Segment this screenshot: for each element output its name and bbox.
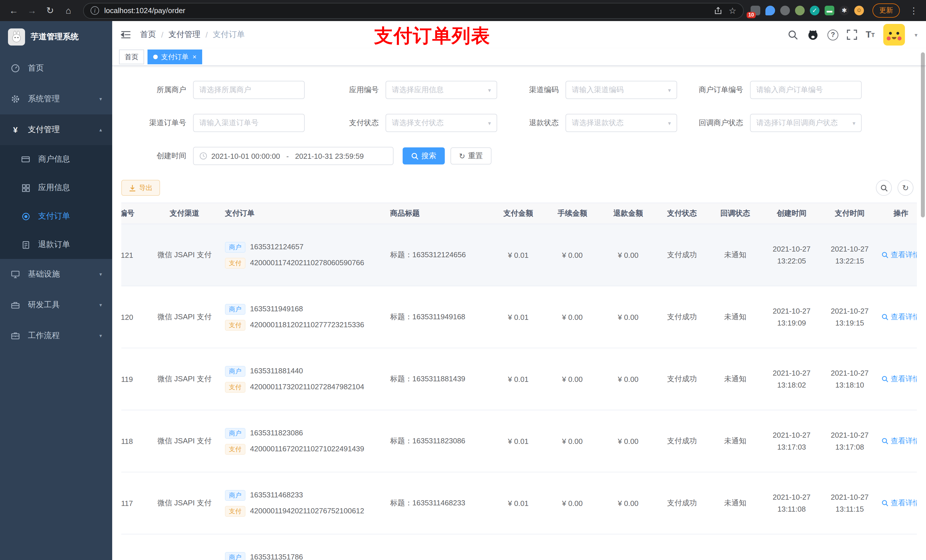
font-size-icon[interactable]: TT <box>865 30 875 40</box>
check-extension-icon[interactable]: ✓ <box>810 6 820 15</box>
col-status: 支付状态 <box>655 203 708 224</box>
tab-home[interactable]: 首页 <box>119 50 144 64</box>
sidebar-item-infrastructure[interactable]: 基础设施 ▾ <box>0 259 112 290</box>
water-drop-extension-icon[interactable] <box>766 6 775 15</box>
sidebar-item-app-info[interactable]: 应用信息 <box>0 174 112 202</box>
merchant-tag: 商户 <box>225 242 245 252</box>
olive-extension-icon[interactable] <box>795 6 805 15</box>
view-detail-link[interactable]: 查看详情 <box>882 498 917 508</box>
bookmark-star-icon[interactable]: ☆ <box>729 5 736 16</box>
site-info-icon[interactable]: i <box>91 6 99 15</box>
merchant-order-no: 1635311351786 <box>250 551 303 560</box>
cell-pay-order: 商户 1635312124657 支付 42000011742021102780… <box>221 224 387 286</box>
browser-menu-icon[interactable]: ⋮ <box>905 5 920 16</box>
merchant-select[interactable]: 请选择所属商户 <box>193 81 305 99</box>
date-range-separator: - <box>284 152 291 160</box>
browser-update-button[interactable]: 更新 <box>873 3 900 18</box>
chevron-down-icon: ▾ <box>853 120 855 126</box>
chat-extension-icon[interactable]: ▬ <box>825 6 834 15</box>
cell-id: 117 <box>121 472 147 534</box>
search-icon[interactable] <box>788 29 799 40</box>
view-detail-link[interactable]: 查看详情 <box>882 250 917 260</box>
browser-back-button[interactable]: ← <box>6 3 22 18</box>
col-actions: 操作 <box>878 203 917 224</box>
user-avatar[interactable] <box>883 24 905 45</box>
search-button[interactable]: 搜索 <box>402 147 445 165</box>
reset-button[interactable]: ↻ 重置 <box>451 147 492 165</box>
toggle-search-button[interactable] <box>876 180 892 196</box>
page-scrollbar-thumb[interactable] <box>921 52 925 217</box>
briefcase-icon <box>10 331 21 340</box>
help-icon[interactable]: ? <box>828 29 838 40</box>
cell-callback: 未通知 <box>708 348 762 410</box>
monitor-icon <box>10 270 21 279</box>
filter-label-app-no: 应用编号 <box>305 85 386 95</box>
sidebar-collapse-icon[interactable] <box>121 30 131 39</box>
sidebar-item-merchant-info[interactable]: 商户信息 <box>0 145 112 174</box>
cell-actions: 查看详情 <box>878 224 917 286</box>
browser-reload-button[interactable]: ↻ <box>42 3 58 18</box>
document-icon <box>21 240 31 249</box>
chevron-down-icon: ▾ <box>99 272 102 277</box>
yen-icon: ¥ <box>10 125 21 134</box>
tab-pay-order[interactable]: 支付订单 × <box>147 50 202 64</box>
merchant-order-no-input[interactable]: 请输入商户订单编号 <box>750 81 862 99</box>
refresh-table-button[interactable]: ↻ <box>897 180 914 196</box>
channel-code-select[interactable]: 请输入渠道编码▾ <box>566 81 677 99</box>
app-no-select[interactable]: 请选择应用信息▾ <box>386 81 497 99</box>
cell-callback: 未通知 <box>708 410 762 472</box>
cell-id: 118 <box>121 410 147 472</box>
close-tab-icon[interactable]: × <box>192 53 197 61</box>
sidebar-item-payment[interactable]: ¥ 支付管理 ▴ <box>0 115 112 145</box>
cell-fee: ¥ 0.00 <box>544 224 601 286</box>
breadcrumb-section[interactable]: 支付管理 <box>169 30 200 40</box>
channel-order-no-input[interactable]: 请输入渠道订单号 <box>193 114 305 132</box>
avatar-dropdown-caret-icon[interactable]: ▾ <box>915 32 917 38</box>
smiley-extension-icon[interactable]: ☺ <box>854 6 864 15</box>
orders-table: 编号 支付渠道 支付订单 商品标题 支付金额 手续金额 退款金额 支付状态 回调… <box>121 202 917 560</box>
cell-actions: 查看详情 <box>878 348 917 410</box>
cell-pay-order: 商户 1635311881440 支付 42000011732021102728… <box>221 348 387 410</box>
cell-amount: ¥ 0.01 <box>493 348 544 410</box>
browser-forward-button[interactable]: → <box>24 3 40 18</box>
tags-view: 首页 支付订单 × <box>112 48 926 66</box>
cell-title: 标题：1635311881439 <box>387 348 493 410</box>
view-detail-link[interactable]: 查看详情 <box>882 312 917 322</box>
view-detail-link[interactable]: 查看详情 <box>882 374 917 384</box>
col-callback: 回调状态 <box>708 203 762 224</box>
share-icon[interactable] <box>714 6 722 15</box>
cell-channel: 微信 JSAPI 支付 <box>147 472 221 534</box>
sidebar-item-system[interactable]: 系统管理 ▾ <box>0 84 112 115</box>
sidebar-item-home[interactable]: 首页 <box>0 53 112 84</box>
sidebar-item-pay-order[interactable]: 支付订单 <box>0 202 112 231</box>
gray-extension-icon[interactable] <box>780 6 790 15</box>
create-time-range-picker[interactable]: 2021-10-01 00:00:00 - 2021-10-31 23:59:5… <box>193 147 393 165</box>
callback-status-select[interactable]: 请选择订单回调商户状态▾ <box>750 114 862 132</box>
cell-pay-time: 2021-10-2713:19:15 <box>821 286 878 348</box>
merchant-order-no: 1635312124657 <box>250 241 304 253</box>
sidebar-item-workflow[interactable]: 工作流程 ▾ <box>0 320 112 351</box>
pinwheel-extension-icon[interactable]: ✱ <box>840 6 849 15</box>
cell-pay-time: 2021-10-2713:18:10 <box>821 348 878 410</box>
browser-home-button[interactable]: ⌂ <box>61 3 76 18</box>
main-area: 首页 / 支付管理 / 支付订单 支付订单列表 ? <box>112 21 926 560</box>
date-range-end: 2021-10-31 23:59:59 <box>295 152 364 160</box>
browser-address-bar[interactable]: i localhost:1024/pay/order ☆ <box>83 3 744 18</box>
channel-pay-no: 4200001167202110271022491439 <box>250 443 364 455</box>
sidebar-item-dev-tools[interactable]: 研发工具 ▾ <box>0 290 112 320</box>
extensions-puzzle-icon[interactable]: 10 <box>750 6 760 15</box>
github-icon[interactable] <box>807 29 819 41</box>
sidebar-item-refund-order[interactable]: 退款订单 <box>0 231 112 259</box>
view-detail-link[interactable]: 查看详情 <box>882 436 917 446</box>
breadcrumb-home[interactable]: 首页 <box>140 30 156 40</box>
export-button[interactable]: 导出 <box>121 180 160 196</box>
cell-channel: 微信 JSAPI 支付 <box>147 286 221 348</box>
active-tab-dot <box>153 54 158 59</box>
pay-status-select[interactable]: 请选择支付状态▾ <box>386 114 497 132</box>
cell-refund: ¥ 0.00 <box>601 286 655 348</box>
browser-chrome: ← → ↻ ⌂ i localhost:1024/pay/order ☆ 10 … <box>0 0 926 21</box>
fullscreen-icon[interactable] <box>847 30 857 40</box>
pay-tag: 支付 <box>225 320 245 331</box>
breadcrumb: 首页 / 支付管理 / 支付订单 <box>140 30 245 40</box>
refund-status-select[interactable]: 请选择退款状态▾ <box>566 114 677 132</box>
